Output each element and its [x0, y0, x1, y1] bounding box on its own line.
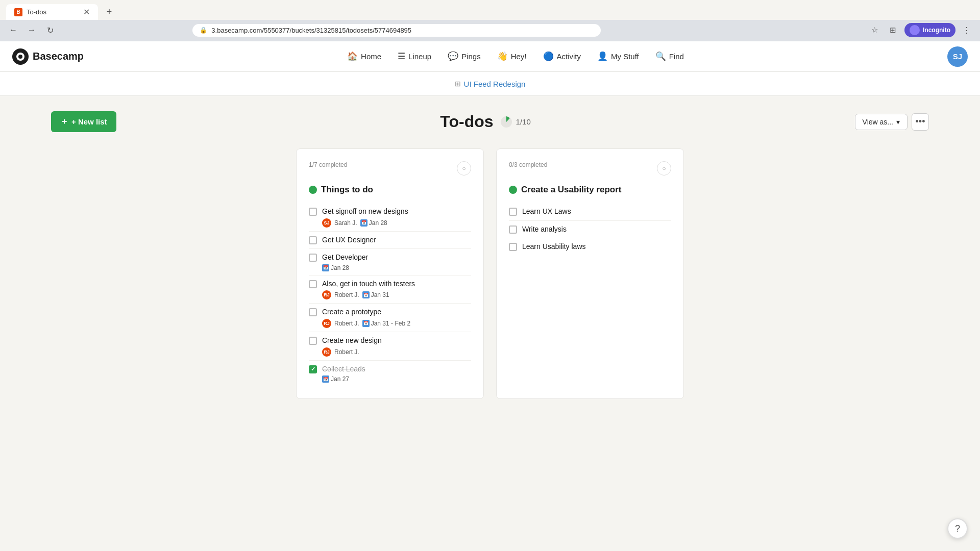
list1-completed-meta: 1/7 completed	[309, 161, 347, 168]
extensions-button[interactable]: ⊞	[886, 23, 900, 37]
browser-tab[interactable]: B To-dos ✕	[6, 4, 98, 20]
tab-close-button[interactable]: ✕	[83, 7, 90, 17]
avatar-sarah-j: SJ	[322, 218, 331, 228]
todo-checkbox-t4[interactable]	[309, 280, 317, 288]
view-as-button[interactable]: View as... ▾	[855, 114, 908, 130]
profile-button[interactable]: Incognito	[904, 23, 955, 37]
view-as-chevron: ▾	[896, 118, 900, 126]
help-button[interactable]: ?	[947, 518, 968, 539]
list-item: Also, get in touch with testers RJ Rober…	[309, 276, 471, 304]
todo-content-t2: Get UX Designer	[322, 235, 471, 245]
todo-meta-t5: RJ Robert J. 📅 Jan 31 - Feb 2	[322, 319, 471, 328]
list-item: Get signoff on new designs SJ Sarah J. 📅…	[309, 203, 471, 232]
nav-items: 🏠 Home ☰ Lineup 💬 Pings 👋 Hey! 🔵 Activit…	[84, 47, 947, 66]
todo-checkbox-u3[interactable]	[509, 243, 517, 251]
list2-options-button[interactable]: ○	[657, 161, 671, 176]
breadcrumb-project-name: UI Feed Redesign	[464, 80, 526, 88]
date-badge-t7: 📅 Jan 27	[322, 375, 349, 383]
list-card-usability-report: 0/3 completed ○ Create a Usability repor…	[496, 148, 684, 399]
list-item: Create a prototype RJ Robert J. 📅 Jan 31…	[309, 304, 471, 332]
user-avatar[interactable]: SJ	[947, 46, 968, 67]
todo-content-u3: Learn Usability laws	[522, 242, 671, 252]
header-actions: View as... ▾ •••	[855, 113, 929, 131]
calendar-icon-t4: 📅	[362, 291, 370, 298]
todo-checkbox-u1[interactable]	[509, 208, 517, 216]
new-tab-button[interactable]: +	[102, 5, 116, 19]
list-item: Create new design RJ Robert J.	[309, 332, 471, 361]
todo-text-t7: Collect Leads	[322, 364, 471, 374]
find-icon: 🔍	[655, 51, 666, 62]
more-options-button[interactable]: •••	[912, 113, 929, 131]
date-text-t3: Jan 28	[331, 264, 349, 271]
todo-checkbox-t3[interactable]	[309, 254, 317, 262]
todo-text-u1: Learn UX Laws	[522, 207, 671, 217]
list-item: Get UX Designer	[309, 232, 471, 249]
list-card-things-to-do: 1/7 completed ○ Things to do Get signoff…	[296, 148, 484, 399]
date-badge-t5: 📅 Jan 31 - Feb 2	[362, 320, 410, 327]
lists-grid: 1/7 completed ○ Things to do Get signoff…	[296, 148, 684, 399]
tab-title: To-dos	[27, 8, 79, 16]
top-nav: Basecamp 🏠 Home ☰ Lineup 💬 Pings 👋 Hey! …	[0, 41, 980, 72]
todo-text-u2: Write analysis	[522, 224, 671, 235]
sidebar-item-activity[interactable]: 🔵 Activity	[536, 47, 589, 66]
list2-completed-meta: 0/3 completed	[509, 161, 547, 168]
list-card-header-1: 1/7 completed ○	[309, 161, 471, 176]
page-header: ＋ + New list To-dos 1/10 View as... ▾	[51, 111, 929, 132]
help-icon: ?	[955, 523, 960, 534]
todo-content-t7: Collect Leads 📅 Jan 27	[322, 364, 471, 383]
breadcrumb: ⊞ UI Feed Redesign	[0, 72, 980, 96]
new-list-button[interactable]: ＋ + New list	[51, 111, 116, 132]
home-icon: 🏠	[347, 51, 358, 62]
assignee-name-t5: Robert J.	[334, 320, 359, 327]
new-list-label: + New list	[71, 117, 107, 126]
sidebar-item-home[interactable]: 🏠 Home	[340, 47, 388, 66]
logo-icon	[12, 48, 29, 65]
breadcrumb-grid-icon: ⊞	[455, 80, 461, 88]
todo-text-t4: Also, get in touch with testers	[322, 279, 471, 289]
sidebar-item-find[interactable]: 🔍 Find	[648, 47, 691, 66]
refresh-button[interactable]: ↻	[43, 23, 57, 37]
more-icon: •••	[916, 116, 925, 127]
avatar-robert-j-t4: RJ	[322, 290, 331, 299]
date-badge-t3: 📅 Jan 28	[322, 264, 349, 271]
calendar-icon-t5: 📅	[362, 320, 370, 327]
avatar-robert-j-t6: RJ	[322, 347, 331, 357]
todo-content-t1: Get signoff on new designs SJ Sarah J. 📅…	[322, 207, 471, 228]
logo[interactable]: Basecamp	[12, 48, 84, 65]
address-bar[interactable]: 🔒 3.basecamp.com/5550377/buckets/3132581…	[192, 24, 601, 37]
sidebar-item-lineup[interactable]: ☰ Lineup	[390, 47, 438, 66]
todo-meta-t1: SJ Sarah J. 📅 Jan 28	[322, 218, 471, 228]
list1-status-dot	[309, 186, 317, 194]
date-text-t1: Jan 28	[369, 219, 387, 227]
todo-checkbox-t1[interactable]	[309, 208, 317, 216]
sidebar-item-hey[interactable]: 👋 Hey!	[490, 47, 534, 66]
list1-options-button[interactable]: ○	[457, 161, 471, 176]
breadcrumb-link[interactable]: ⊞ UI Feed Redesign	[455, 80, 526, 88]
todo-content-t5: Create a prototype RJ Robert J. 📅 Jan 31…	[322, 307, 471, 328]
list2-title: Create a Usability report	[521, 185, 622, 195]
nav-label-pings: Pings	[461, 52, 481, 61]
forward-button[interactable]: →	[24, 23, 39, 37]
bookmark-button[interactable]: ☆	[868, 23, 882, 37]
date-text-t7: Jan 27	[331, 375, 349, 383]
todo-text-u3: Learn Usability laws	[522, 242, 671, 252]
todo-text-t3: Get Developer	[322, 253, 471, 263]
todo-meta-t6: RJ Robert J.	[322, 347, 471, 357]
sidebar-item-mystuff[interactable]: 👤 My Stuff	[590, 47, 646, 66]
todo-checkbox-t5[interactable]	[309, 308, 317, 316]
hey-icon: 👋	[497, 51, 508, 62]
todo-checkbox-u2[interactable]	[509, 226, 517, 234]
todo-checkbox-t6[interactable]	[309, 337, 317, 345]
date-badge-t1: 📅 Jan 28	[360, 219, 387, 227]
sidebar-item-pings[interactable]: 💬 Pings	[440, 47, 488, 66]
tab-favicon: B	[14, 8, 22, 16]
browser-more-button[interactable]: ⋮	[960, 23, 974, 37]
todo-checkbox-t7[interactable]	[309, 365, 317, 373]
nav-label-mystuff: My Stuff	[611, 52, 639, 61]
list1-title-row: Things to do	[309, 185, 471, 195]
back-button[interactable]: ←	[6, 23, 20, 37]
todo-meta-t3: 📅 Jan 28	[322, 264, 471, 271]
todo-content-u1: Learn UX Laws	[522, 207, 671, 217]
lineup-icon: ☰	[398, 51, 405, 62]
todo-checkbox-t2[interactable]	[309, 236, 317, 244]
